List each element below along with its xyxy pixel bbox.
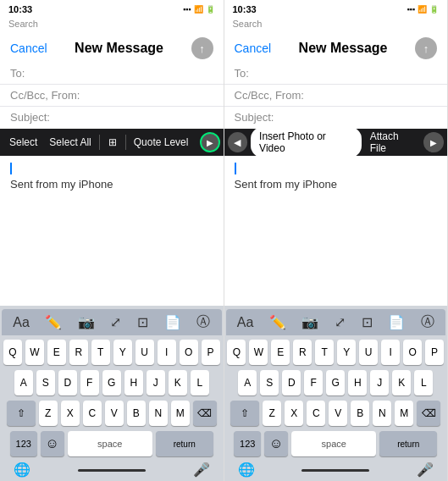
key-g[interactable]: G (102, 370, 121, 395)
key-delete2[interactable]: ⌫ (417, 401, 440, 426)
scan-icon[interactable]: ⊡ (134, 312, 152, 332)
quote-level-button[interactable]: Quote Level (128, 133, 195, 152)
attach-file-button[interactable]: Attach File (365, 127, 423, 158)
key-j2[interactable]: J (370, 370, 389, 395)
send-button-2[interactable]: ↑ (415, 37, 437, 59)
key-s2[interactable]: S (260, 370, 279, 395)
key-i[interactable]: I (158, 340, 176, 365)
key-return2[interactable]: return (379, 431, 437, 456)
key-n2[interactable]: N (373, 401, 391, 426)
mic-icon-2[interactable]: 🎤 (417, 462, 434, 478)
key-v2[interactable]: V (329, 401, 347, 426)
cancel-button-2[interactable]: Cancel (235, 41, 272, 55)
key-a2[interactable]: A (238, 370, 257, 395)
key-return[interactable]: return (156, 431, 213, 456)
compose-body-1[interactable]: Sent from my iPhone (0, 156, 224, 306)
insert-photo-button[interactable]: Insert Photo or Video (251, 127, 362, 158)
key-m2[interactable]: M (395, 401, 413, 426)
key-o[interactable]: O (180, 340, 198, 365)
key-x[interactable]: X (61, 401, 80, 426)
toolbar-back-button[interactable]: ◀ (228, 132, 248, 152)
subject-field-2[interactable]: Subject: (224, 107, 448, 129)
key-m[interactable]: M (171, 401, 190, 426)
key-p2[interactable]: P (425, 340, 444, 365)
key-q2[interactable]: Q (227, 340, 246, 365)
key-f[interactable]: F (80, 370, 99, 395)
key-b2[interactable]: B (351, 401, 369, 426)
cc-field-1[interactable]: Cc/Bcc, From: (0, 85, 224, 107)
handwriting-icon-2[interactable]: ✏️ (266, 312, 290, 332)
settings-icon[interactable]: Ⓐ (193, 312, 213, 333)
key-y2[interactable]: Y (337, 340, 356, 365)
key-e2[interactable]: E (271, 340, 290, 365)
key-123b[interactable]: 123 (234, 431, 261, 456)
send-button-1[interactable]: ↑ (191, 37, 213, 59)
camera-icon-2[interactable]: 📷 (298, 312, 322, 332)
select-button[interactable]: Select (3, 133, 43, 152)
key-h2[interactable]: H (348, 370, 367, 395)
handwriting-icon[interactable]: ✏️ (41, 312, 65, 332)
cancel-button-1[interactable]: Cancel (10, 41, 47, 55)
mic-icon-1[interactable]: 🎤 (193, 462, 210, 478)
expand-icon[interactable]: ⤢ (107, 312, 124, 332)
key-g2[interactable]: G (326, 370, 345, 395)
key-shift2[interactable]: ⇧ (230, 401, 259, 426)
cc-field-2[interactable]: Cc/Bcc, From: (224, 85, 448, 107)
expand-icon-2[interactable]: ⤢ (331, 312, 349, 332)
key-n[interactable]: N (149, 401, 168, 426)
key-y[interactable]: Y (113, 340, 132, 365)
key-z[interactable]: Z (39, 401, 58, 426)
scan-icon-2[interactable]: ⊡ (358, 312, 376, 332)
files-icon-2[interactable]: 📄 (384, 312, 408, 332)
select-all-button[interactable]: Select All (43, 133, 97, 152)
font-size-icon[interactable]: Aa (9, 313, 33, 332)
format-icon-1[interactable]: ⊞ (102, 131, 124, 153)
to-field-2[interactable]: To: (224, 63, 448, 85)
key-space2[interactable]: space (291, 431, 376, 456)
key-o2[interactable]: O (403, 340, 422, 365)
key-i2[interactable]: I (381, 340, 400, 365)
key-r2[interactable]: R (293, 340, 312, 365)
key-emoji2[interactable]: ☺ (264, 431, 288, 456)
key-x2[interactable]: X (285, 401, 303, 426)
subject-field-1[interactable]: Subject: (0, 107, 224, 129)
toolbar-next-button-1[interactable]: ▶ (200, 132, 220, 152)
key-p[interactable]: P (202, 340, 220, 365)
key-c[interactable]: C (83, 401, 102, 426)
key-w2[interactable]: W (249, 340, 268, 365)
key-r[interactable]: R (69, 340, 88, 365)
key-123[interactable]: 123 (10, 431, 37, 456)
settings-icon-2[interactable]: Ⓐ (418, 312, 438, 333)
key-v[interactable]: V (105, 401, 124, 426)
compose-body-2[interactable]: Sent from my iPhone (224, 156, 448, 306)
camera-icon[interactable]: 📷 (75, 312, 98, 332)
key-w[interactable]: W (25, 340, 44, 365)
key-a[interactable]: A (14, 370, 33, 395)
key-c2[interactable]: C (307, 401, 325, 426)
key-emoji[interactable]: ☺ (41, 431, 64, 456)
key-delete[interactable]: ⌫ (193, 401, 217, 426)
key-u2[interactable]: U (359, 340, 378, 365)
key-s[interactable]: S (36, 370, 55, 395)
font-size-icon-2[interactable]: Aa (234, 313, 257, 332)
key-j[interactable]: J (147, 370, 165, 395)
globe-icon-2[interactable]: 🌐 (238, 462, 255, 478)
key-f2[interactable]: F (304, 370, 323, 395)
key-l[interactable]: L (191, 370, 209, 395)
files-icon[interactable]: 📄 (161, 312, 185, 332)
key-k2[interactable]: K (392, 370, 411, 395)
toolbar-next-button-2[interactable]: ▶ (423, 132, 444, 152)
key-shift[interactable]: ⇧ (7, 401, 36, 426)
key-b[interactable]: B (127, 401, 146, 426)
key-t[interactable]: T (91, 340, 110, 365)
to-field-1[interactable]: To: (0, 63, 224, 85)
key-space[interactable]: space (68, 431, 152, 456)
key-d2[interactable]: D (282, 370, 301, 395)
key-u[interactable]: U (136, 340, 154, 365)
key-z2[interactable]: Z (263, 401, 281, 426)
key-t2[interactable]: T (315, 340, 334, 365)
globe-icon-1[interactable]: 🌐 (14, 462, 30, 478)
key-q[interactable]: Q (3, 340, 22, 365)
key-d[interactable]: D (58, 370, 77, 395)
key-h[interactable]: H (124, 370, 143, 395)
